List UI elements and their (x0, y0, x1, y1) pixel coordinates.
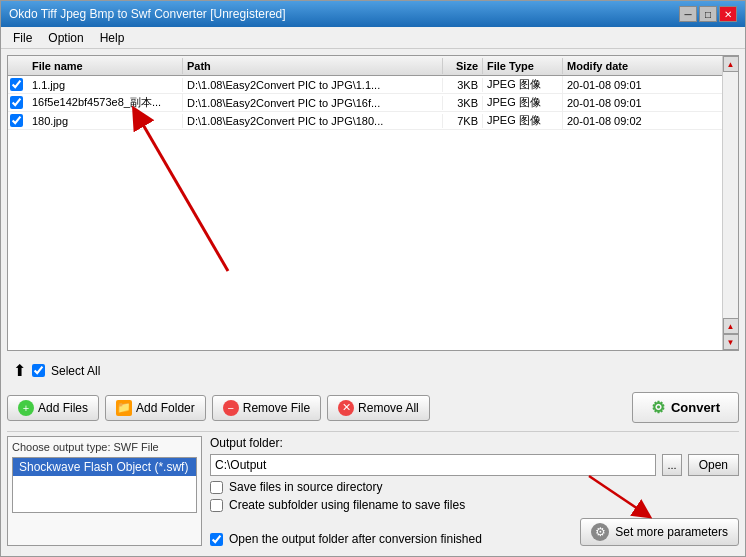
row-1-filename: 1.1.jpg (28, 78, 183, 92)
row-1-checkbox[interactable] (8, 77, 28, 92)
go-up-button[interactable]: ⬆ (13, 361, 26, 380)
main-window: Okdo Tiff Jpeg Bmp to Swf Converter [Unr… (0, 0, 746, 557)
row-3-checkbox[interactable] (8, 113, 28, 128)
add-files-label: Add Files (38, 401, 88, 415)
select-all-label: Select All (51, 364, 100, 378)
output-type-item[interactable]: Shockwave Flash Object (*.swf) (13, 458, 196, 476)
maximize-button[interactable]: □ (699, 6, 717, 22)
add-files-icon: + (18, 400, 34, 416)
remove-all-button[interactable]: ✕ Remove All (327, 395, 430, 421)
create-subfolder-row: Create subfolder using filename to save … (210, 498, 739, 512)
row-1-filetype: JPEG 图像 (483, 76, 563, 93)
output-folder-row: Output folder: (210, 436, 739, 450)
menu-option[interactable]: Option (40, 29, 91, 47)
row-3-filetype: JPEG 图像 (483, 112, 563, 129)
add-files-button[interactable]: + Add Files (7, 395, 99, 421)
svg-line-1 (138, 116, 228, 271)
convert-button[interactable]: ⚙ Convert (632, 392, 739, 423)
row-3-filename: 180.jpg (28, 114, 183, 128)
row-3-moddate: 20-01-08 09:02 (563, 114, 673, 128)
create-subfolder-checkbox[interactable] (210, 499, 223, 512)
remove-file-label: Remove File (243, 401, 310, 415)
gear-icon: ⚙ (591, 523, 609, 541)
create-subfolder-label: Create subfolder using filename to save … (229, 498, 465, 512)
convert-label: Convert (671, 400, 720, 415)
output-type-list[interactable]: Shockwave Flash Object (*.swf) (12, 457, 197, 513)
select-all-row: ⬆ Select All (7, 357, 739, 384)
table-row: 16f5e142bf4573e8_副本... D:\1.08\Easy2Conv… (8, 94, 738, 112)
row-1-path: D:\1.08\Easy2Convert PIC to JPG\1.1... (183, 78, 443, 92)
header-path: Path (183, 58, 443, 74)
header-filename: File name (28, 58, 183, 74)
browse-button[interactable]: ... (662, 454, 681, 476)
row-3-path: D:\1.08\Easy2Convert PIC to JPG\180... (183, 114, 443, 128)
params-arrow (579, 471, 659, 521)
row-2-path: D:\1.08\Easy2Convert PIC to JPG\16f... (183, 96, 443, 110)
row-3-size: 7KB (443, 114, 483, 128)
scrollbar: ▲ ▲ ▼ (722, 56, 738, 350)
save-in-source-checkbox[interactable] (210, 481, 223, 494)
open-after-row: Open the output folder after conversion … (210, 532, 482, 546)
header-moddate: Modify date (563, 58, 673, 74)
close-button[interactable]: ✕ (719, 6, 737, 22)
table-row: 1.1.jpg D:\1.08\Easy2Convert PIC to JPG\… (8, 76, 738, 94)
remove-all-icon: ✕ (338, 400, 354, 416)
output-type-panel: Choose output type: SWF File Shockwave F… (7, 436, 202, 546)
open-button[interactable]: Open (688, 454, 739, 476)
file-table-container: File name Path Size File Type Modify dat… (7, 55, 739, 351)
title-bar: Okdo Tiff Jpeg Bmp to Swf Converter [Unr… (1, 1, 745, 27)
save-in-source-label: Save files in source directory (229, 480, 382, 494)
add-folder-icon: 📁 (116, 400, 132, 416)
menu-file[interactable]: File (5, 29, 40, 47)
main-content: File name Path Size File Type Modify dat… (1, 49, 745, 556)
window-title: Okdo Tiff Jpeg Bmp to Swf Converter [Unr… (9, 7, 286, 21)
remove-file-button[interactable]: − Remove File (212, 395, 321, 421)
bottom-options-row: Open the output folder after conversion … (210, 516, 739, 546)
output-folder-input[interactable] (210, 454, 656, 476)
open-after-checkbox[interactable] (210, 533, 223, 546)
set-more-params-button[interactable]: ⚙ Set more parameters (580, 518, 739, 546)
bottom-section: Choose output type: SWF File Shockwave F… (7, 431, 739, 550)
add-folder-label: Add Folder (136, 401, 195, 415)
add-folder-button[interactable]: 📁 Add Folder (105, 395, 206, 421)
row-1-size: 3KB (443, 78, 483, 92)
menu-help[interactable]: Help (92, 29, 133, 47)
menu-bar: File Option Help (1, 27, 745, 49)
output-folder-input-row: ... Open (210, 454, 739, 476)
row-2-filetype: JPEG 图像 (483, 94, 563, 111)
row-2-filename: 16f5e142bf4573e8_副本... (28, 94, 183, 111)
scroll-down-top[interactable]: ▲ (723, 318, 739, 334)
header-filetype: File Type (483, 58, 563, 74)
convert-icon: ⚙ (651, 398, 665, 417)
save-in-source-row: Save files in source directory (210, 480, 739, 494)
row-2-moddate: 20-01-08 09:01 (563, 96, 673, 110)
output-folder-label: Output folder: (210, 436, 283, 450)
remove-file-icon: − (223, 400, 239, 416)
scroll-up-button[interactable]: ▲ (723, 56, 739, 72)
set-params-label: Set more parameters (615, 525, 728, 539)
row-1-moddate: 20-01-08 09:01 (563, 78, 673, 92)
toolbar: + Add Files 📁 Add Folder − Remove File ✕… (7, 390, 739, 425)
minimize-button[interactable]: ─ (679, 6, 697, 22)
scroll-down-button[interactable]: ▼ (723, 334, 739, 350)
table-header: File name Path Size File Type Modify dat… (8, 56, 738, 76)
header-checkbox (8, 64, 28, 68)
output-settings: Output folder: ... Open Save files in so… (210, 436, 739, 546)
output-type-label: Choose output type: SWF File (12, 441, 197, 453)
row-2-checkbox[interactable] (8, 95, 28, 110)
row-2-size: 3KB (443, 96, 483, 110)
header-size: Size (443, 58, 483, 74)
select-all-checkbox[interactable] (32, 364, 45, 377)
window-controls: ─ □ ✕ (679, 6, 737, 22)
file-rows: 1.1.jpg D:\1.08\Easy2Convert PIC to JPG\… (8, 76, 738, 350)
row-3-check-input[interactable] (10, 114, 23, 127)
row-1-check-input[interactable] (10, 78, 23, 91)
open-after-label: Open the output folder after conversion … (229, 532, 482, 546)
remove-all-label: Remove All (358, 401, 419, 415)
row-2-check-input[interactable] (10, 96, 23, 109)
table-row: 180.jpg D:\1.08\Easy2Convert PIC to JPG\… (8, 112, 738, 130)
